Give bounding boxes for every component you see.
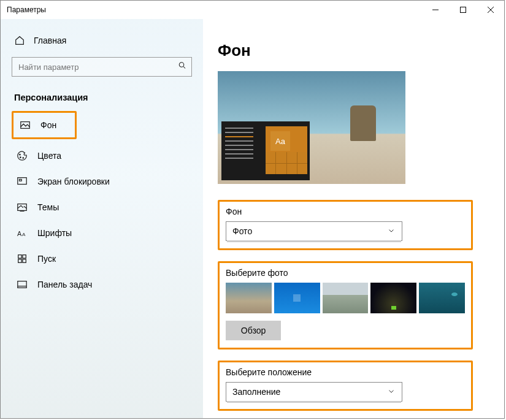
background-label: Фон bbox=[226, 207, 465, 216]
home-label: Главная bbox=[34, 36, 66, 45]
nav-label: Панель задач bbox=[37, 280, 92, 289]
svg-rect-16 bbox=[23, 255, 26, 258]
desktop-preview: Aa bbox=[218, 71, 405, 184]
palette-icon bbox=[17, 150, 28, 161]
main-content: Фон Aa Фон Фото bbox=[203, 19, 504, 418]
preview-start-overlay: Aa bbox=[221, 121, 310, 180]
svg-rect-19 bbox=[18, 281, 26, 288]
nav-colors[interactable]: Цвета bbox=[12, 143, 192, 169]
browse-label: Обзор bbox=[241, 326, 266, 335]
taskbar-icon bbox=[17, 279, 28, 290]
window-buttons bbox=[421, 1, 504, 19]
preview-sample-text: Aa bbox=[270, 131, 290, 151]
close-button[interactable] bbox=[477, 1, 504, 19]
nav-start[interactable]: Пуск bbox=[12, 246, 192, 272]
background-selected: Фото bbox=[232, 226, 252, 236]
position-block: Выберите положение Заполнение bbox=[218, 361, 473, 411]
position-dropdown[interactable]: Заполнение bbox=[226, 382, 402, 402]
choose-photo-block: Выберите фото Обзор bbox=[218, 261, 473, 349]
window-title: Параметры bbox=[7, 6, 46, 14]
titlebar: Параметры bbox=[1, 1, 504, 19]
highlight-background-nav: Фон bbox=[12, 111, 77, 139]
svg-rect-18 bbox=[23, 259, 26, 262]
picture-icon bbox=[20, 120, 31, 131]
photo-thumb-3[interactable] bbox=[323, 283, 369, 313]
nav-themes[interactable]: Темы bbox=[12, 194, 192, 220]
svg-text:A: A bbox=[22, 232, 26, 237]
photo-thumbnails bbox=[226, 283, 465, 313]
svg-rect-11 bbox=[20, 179, 22, 181]
browse-button[interactable]: Обзор bbox=[226, 321, 281, 340]
home-link[interactable]: Главная bbox=[14, 35, 192, 46]
photo-thumb-5[interactable] bbox=[419, 283, 465, 313]
chevron-down-icon bbox=[387, 387, 396, 397]
nav-taskbar[interactable]: Панель задач bbox=[12, 272, 192, 297]
preview-tiles: Aa bbox=[266, 126, 307, 174]
svg-point-9 bbox=[23, 158, 23, 158]
fonts-icon: AA bbox=[17, 227, 28, 239]
nav-label: Шрифты bbox=[37, 228, 72, 238]
search-icon bbox=[178, 61, 187, 73]
window-body: Главная Персонализация Фон Цвета bbox=[1, 19, 504, 418]
preview-menu-lines bbox=[225, 128, 253, 159]
lockscreen-icon bbox=[17, 176, 28, 187]
search-input[interactable] bbox=[12, 57, 192, 77]
photo-thumb-2[interactable] bbox=[274, 283, 320, 313]
svg-point-4 bbox=[179, 63, 184, 67]
nav-label: Фон bbox=[40, 120, 56, 130]
svg-point-8 bbox=[20, 157, 21, 158]
svg-line-5 bbox=[183, 67, 185, 69]
position-selected: Заполнение bbox=[232, 387, 280, 397]
settings-window: Параметры Главная Персонализация bbox=[0, 0, 505, 419]
svg-rect-1 bbox=[460, 7, 466, 13]
position-label: Выберите положение bbox=[226, 367, 465, 377]
nav-lockscreen[interactable]: Экран блокировки bbox=[12, 169, 192, 194]
svg-text:A: A bbox=[17, 230, 22, 237]
section-title: Персонализация bbox=[14, 93, 192, 102]
search-wrap bbox=[12, 57, 192, 77]
photo-thumb-1[interactable] bbox=[226, 283, 272, 313]
preview-rock bbox=[350, 105, 376, 141]
chevron-down-icon bbox=[387, 226, 396, 237]
background-type-block: Фон Фото bbox=[218, 200, 473, 250]
nav-label: Цвета bbox=[37, 151, 61, 161]
nav-label: Экран блокировки bbox=[37, 177, 110, 186]
svg-rect-15 bbox=[18, 255, 21, 258]
page-title: Фон bbox=[218, 41, 493, 60]
minimize-button[interactable] bbox=[421, 1, 449, 19]
svg-point-7 bbox=[20, 154, 20, 155]
nav-label: Пуск bbox=[37, 254, 56, 264]
background-dropdown[interactable]: Фото bbox=[226, 221, 402, 241]
home-icon bbox=[14, 35, 25, 46]
choose-photo-label: Выберите фото bbox=[226, 268, 465, 278]
preview-tile-grid bbox=[266, 152, 307, 174]
sidebar: Главная Персонализация Фон Цвета bbox=[1, 19, 203, 418]
start-icon bbox=[17, 253, 28, 264]
maximize-button[interactable] bbox=[449, 1, 477, 19]
nav-label: Темы bbox=[37, 202, 59, 212]
nav-background[interactable]: Фон bbox=[15, 114, 74, 136]
themes-icon bbox=[17, 202, 28, 213]
svg-rect-17 bbox=[18, 259, 21, 262]
nav-fonts[interactable]: AA Шрифты bbox=[12, 220, 192, 246]
photo-thumb-4[interactable] bbox=[370, 283, 416, 313]
